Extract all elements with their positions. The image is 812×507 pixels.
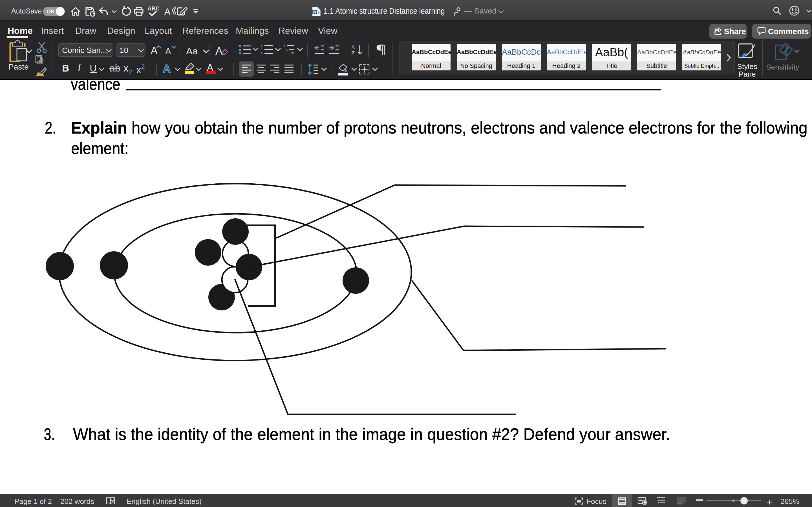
- svg-text:A: A: [351, 44, 355, 50]
- svg-text:W: W: [313, 10, 316, 14]
- svg-text:a: a: [286, 48, 288, 52]
- svg-text:A: A: [215, 45, 223, 57]
- svg-text:A: A: [164, 6, 170, 17]
- svg-text:Aa: Aa: [186, 46, 198, 56]
- svg-text:A: A: [165, 47, 171, 56]
- svg-text:1: 1: [284, 44, 286, 48]
- svg-text:Z: Z: [351, 50, 355, 56]
- svg-text:ABC: ABC: [147, 6, 159, 11]
- svg-text:A: A: [163, 62, 171, 75]
- svg-text:3: 3: [260, 52, 262, 55]
- svg-text:i: i: [288, 51, 289, 55]
- svg-text:A: A: [151, 45, 158, 56]
- svg-text:2: 2: [260, 48, 262, 52]
- svg-text:1: 1: [260, 44, 262, 48]
